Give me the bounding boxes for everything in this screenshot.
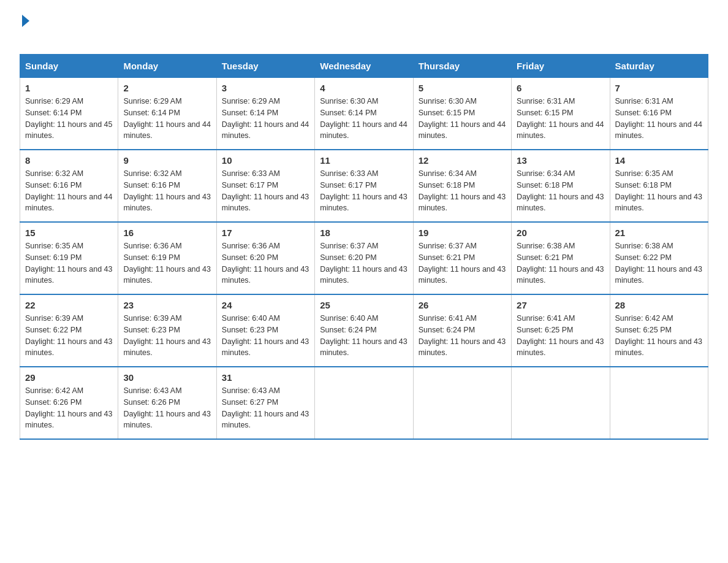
day-info: Sunrise: 6:30 AMSunset: 6:15 PMDaylight:… (419, 97, 506, 140)
day-info: Sunrise: 6:29 AMSunset: 6:14 PMDaylight:… (25, 97, 112, 140)
day-number: 21 (615, 228, 703, 238)
day-number: 31 (222, 372, 309, 383)
day-info: Sunrise: 6:39 AMSunset: 6:23 PMDaylight:… (123, 314, 210, 357)
calendar-header-row: SundayMondayTuesdayWednesdayThursdayFrid… (20, 55, 708, 78)
calendar-cell: 7Sunrise: 6:31 AMSunset: 6:16 PMDaylight… (610, 78, 708, 150)
calendar-cell: 11Sunrise: 6:33 AMSunset: 6:17 PMDayligh… (315, 150, 413, 222)
day-number: 25 (320, 300, 408, 310)
calendar-cell: 31Sunrise: 6:43 AMSunset: 6:27 PMDayligh… (216, 367, 314, 439)
day-number: 1 (25, 83, 113, 93)
header-wednesday: Wednesday (315, 55, 413, 78)
day-info: Sunrise: 6:36 AMSunset: 6:19 PMDaylight:… (123, 242, 210, 285)
day-info: Sunrise: 6:41 AMSunset: 6:25 PMDaylight:… (517, 314, 604, 357)
day-info: Sunrise: 6:32 AMSunset: 6:16 PMDaylight:… (123, 169, 210, 212)
calendar-cell: 14Sunrise: 6:35 AMSunset: 6:18 PMDayligh… (610, 150, 708, 222)
calendar-week-row: 22Sunrise: 6:39 AMSunset: 6:22 PMDayligh… (20, 294, 708, 367)
calendar-cell: 2Sunrise: 6:29 AMSunset: 6:14 PMDaylight… (118, 78, 216, 150)
calendar-week-row: 15Sunrise: 6:35 AMSunset: 6:19 PMDayligh… (20, 222, 708, 294)
calendar-cell: 24Sunrise: 6:40 AMSunset: 6:23 PMDayligh… (216, 294, 314, 367)
calendar-cell: 22Sunrise: 6:39 AMSunset: 6:22 PMDayligh… (20, 294, 118, 367)
day-info: Sunrise: 6:38 AMSunset: 6:21 PMDaylight:… (517, 242, 604, 285)
calendar-cell: 30Sunrise: 6:43 AMSunset: 6:26 PMDayligh… (118, 367, 216, 439)
day-info: Sunrise: 6:34 AMSunset: 6:18 PMDaylight:… (419, 169, 506, 212)
day-number: 29 (25, 372, 113, 383)
calendar-cell: 19Sunrise: 6:37 AMSunset: 6:21 PMDayligh… (413, 222, 511, 294)
day-number: 16 (123, 228, 211, 238)
calendar-cell: 27Sunrise: 6:41 AMSunset: 6:25 PMDayligh… (512, 294, 610, 367)
day-number: 14 (615, 155, 703, 166)
header-monday: Monday (118, 55, 216, 78)
day-number: 18 (320, 228, 408, 238)
calendar-cell: 21Sunrise: 6:38 AMSunset: 6:22 PMDayligh… (610, 222, 708, 294)
day-number: 11 (320, 155, 408, 166)
logo (20, 15, 29, 43)
calendar-cell (413, 367, 511, 439)
day-number: 13 (517, 155, 604, 166)
day-number: 2 (123, 83, 211, 93)
calendar-cell: 16Sunrise: 6:36 AMSunset: 6:19 PMDayligh… (118, 222, 216, 294)
day-number: 20 (517, 228, 604, 238)
page-header (20, 15, 708, 43)
calendar-week-row: 1Sunrise: 6:29 AMSunset: 6:14 PMDaylight… (20, 78, 708, 150)
calendar-cell: 26Sunrise: 6:41 AMSunset: 6:24 PMDayligh… (413, 294, 511, 367)
day-info: Sunrise: 6:33 AMSunset: 6:17 PMDaylight:… (320, 169, 407, 212)
day-info: Sunrise: 6:41 AMSunset: 6:24 PMDaylight:… (419, 314, 506, 357)
day-info: Sunrise: 6:35 AMSunset: 6:18 PMDaylight:… (615, 169, 702, 212)
day-info: Sunrise: 6:29 AMSunset: 6:14 PMDaylight:… (123, 97, 210, 140)
day-number: 3 (222, 83, 309, 93)
calendar-cell: 9Sunrise: 6:32 AMSunset: 6:16 PMDaylight… (118, 150, 216, 222)
day-info: Sunrise: 6:30 AMSunset: 6:14 PMDaylight:… (320, 97, 407, 140)
calendar-cell: 18Sunrise: 6:37 AMSunset: 6:20 PMDayligh… (315, 222, 413, 294)
calendar-cell (610, 367, 708, 439)
day-number: 17 (222, 228, 309, 238)
calendar-cell: 25Sunrise: 6:40 AMSunset: 6:24 PMDayligh… (315, 294, 413, 367)
day-info: Sunrise: 6:31 AMSunset: 6:15 PMDaylight:… (517, 97, 604, 140)
calendar-cell: 3Sunrise: 6:29 AMSunset: 6:14 PMDaylight… (216, 78, 314, 150)
day-info: Sunrise: 6:29 AMSunset: 6:14 PMDaylight:… (222, 97, 309, 140)
calendar-week-row: 29Sunrise: 6:42 AMSunset: 6:26 PMDayligh… (20, 367, 708, 439)
calendar-cell: 13Sunrise: 6:34 AMSunset: 6:18 PMDayligh… (512, 150, 610, 222)
day-info: Sunrise: 6:32 AMSunset: 6:16 PMDaylight:… (25, 169, 112, 212)
day-number: 6 (517, 83, 604, 93)
day-number: 10 (222, 155, 309, 166)
header-thursday: Thursday (413, 55, 511, 78)
calendar-cell: 10Sunrise: 6:33 AMSunset: 6:17 PMDayligh… (216, 150, 314, 222)
day-number: 26 (419, 300, 506, 310)
day-info: Sunrise: 6:43 AMSunset: 6:26 PMDaylight:… (123, 386, 210, 429)
day-number: 15 (25, 228, 113, 238)
calendar-cell: 8Sunrise: 6:32 AMSunset: 6:16 PMDaylight… (20, 150, 118, 222)
calendar-cell: 15Sunrise: 6:35 AMSunset: 6:19 PMDayligh… (20, 222, 118, 294)
day-info: Sunrise: 6:34 AMSunset: 6:18 PMDaylight:… (517, 169, 604, 212)
day-info: Sunrise: 6:31 AMSunset: 6:16 PMDaylight:… (615, 97, 702, 140)
calendar-cell: 20Sunrise: 6:38 AMSunset: 6:21 PMDayligh… (512, 222, 610, 294)
day-number: 24 (222, 300, 309, 310)
day-number: 7 (615, 83, 703, 93)
day-info: Sunrise: 6:43 AMSunset: 6:27 PMDaylight:… (222, 386, 309, 429)
day-info: Sunrise: 6:37 AMSunset: 6:20 PMDaylight:… (320, 242, 407, 285)
day-number: 19 (419, 228, 506, 238)
header-saturday: Saturday (610, 55, 708, 78)
day-number: 22 (25, 300, 113, 310)
calendar-cell: 4Sunrise: 6:30 AMSunset: 6:14 PMDaylight… (315, 78, 413, 150)
day-info: Sunrise: 6:38 AMSunset: 6:22 PMDaylight:… (615, 242, 702, 285)
day-number: 8 (25, 155, 113, 166)
calendar-cell: 6Sunrise: 6:31 AMSunset: 6:15 PMDaylight… (512, 78, 610, 150)
day-number: 30 (123, 372, 211, 383)
day-number: 4 (320, 83, 408, 93)
day-info: Sunrise: 6:35 AMSunset: 6:19 PMDaylight:… (25, 242, 112, 285)
day-info: Sunrise: 6:33 AMSunset: 6:17 PMDaylight:… (222, 169, 309, 212)
calendar-cell: 23Sunrise: 6:39 AMSunset: 6:23 PMDayligh… (118, 294, 216, 367)
day-info: Sunrise: 6:42 AMSunset: 6:25 PMDaylight:… (615, 314, 702, 357)
day-info: Sunrise: 6:42 AMSunset: 6:26 PMDaylight:… (25, 386, 112, 429)
day-number: 9 (123, 155, 211, 166)
calendar-cell: 12Sunrise: 6:34 AMSunset: 6:18 PMDayligh… (413, 150, 511, 222)
calendar-cell: 5Sunrise: 6:30 AMSunset: 6:15 PMDaylight… (413, 78, 511, 150)
day-number: 23 (123, 300, 211, 310)
calendar-week-row: 8Sunrise: 6:32 AMSunset: 6:16 PMDaylight… (20, 150, 708, 222)
day-info: Sunrise: 6:40 AMSunset: 6:24 PMDaylight:… (320, 314, 407, 357)
day-info: Sunrise: 6:37 AMSunset: 6:21 PMDaylight:… (419, 242, 506, 285)
calendar-cell: 29Sunrise: 6:42 AMSunset: 6:26 PMDayligh… (20, 367, 118, 439)
header-tuesday: Tuesday (216, 55, 314, 78)
day-info: Sunrise: 6:36 AMSunset: 6:20 PMDaylight:… (222, 242, 309, 285)
header-friday: Friday (512, 55, 610, 78)
